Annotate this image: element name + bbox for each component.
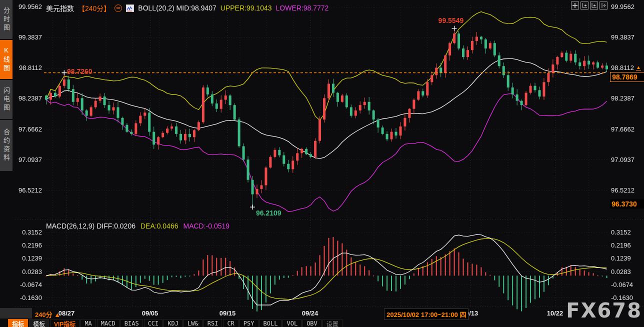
sidebar-tab-3[interactable]: 闪电图 (0, 80, 12, 119)
chart-canvas[interactable] (0, 0, 644, 327)
macd-axis-label-right: 0.1239 (611, 254, 643, 262)
pan-icon[interactable] (571, 2, 579, 10)
range-low-box: 96.3730 (610, 200, 644, 208)
macd-diff-value: MACD(26,12,9) DIFF:0.0206 (46, 222, 136, 230)
mini-chart-icon[interactable] (126, 4, 134, 12)
date-tick-09-24: 09/24 (302, 310, 318, 317)
toolbar-button-指标[interactable]: 指标 (8, 319, 28, 327)
macd-axis-label-right: 0.0283 (611, 268, 643, 276)
date-tick-10-22: 10/22 (547, 310, 564, 317)
toolbar-button-boll[interactable]: BOLL (260, 319, 282, 327)
toolbar-button-ma[interactable]: MA (80, 319, 96, 327)
macd-axis-label-right: 0.2196 (611, 242, 643, 249)
toolbar-button-obv[interactable]: OBV (302, 319, 322, 327)
macd-axis-label-right: 0.3152 (611, 228, 643, 236)
goto-latest-marker-icon[interactable]: ▲ (636, 64, 641, 70)
indicator-toolbar: 指标模板VIP指标MAMACDBIASCCIKDJLW&RSICRPSYBOLL… (8, 319, 342, 327)
toolbar-button-vip指标[interactable]: VIP指标 (50, 319, 80, 327)
sidebar-tab-4[interactable]: 合约资料 (0, 120, 12, 171)
toolbar-button-bias[interactable]: BIAS (120, 319, 143, 327)
macd-macd-value: MACD:-0.0519 (183, 222, 230, 230)
price-axis-label-right: 99.3837 (611, 34, 643, 41)
watermark: FX678 (566, 299, 642, 322)
macd-axis-label-right: -0.0674 (611, 281, 643, 288)
low-price-label: 96.2109 (256, 209, 282, 217)
selected-date-highlight: 2025/10/02 17:00~21:00 四 (384, 308, 468, 320)
chart-nav-icons (571, 2, 608, 10)
toolbar-button-cr[interactable]: CR (223, 319, 238, 327)
price-axis-label-right: 96.5212 (611, 186, 643, 194)
toolbar-button-macd[interactable]: MACD (97, 319, 120, 327)
scroll-right-icon[interactable] (590, 2, 598, 10)
toolbar-button-vol[interactable]: VOL (282, 319, 302, 327)
symbol-title: 美元指数 (46, 3, 74, 13)
toolbar-button-设置[interactable]: 设置 (322, 319, 342, 327)
period-selector[interactable]: 240分 ▲ (35, 310, 60, 319)
prev-close-label: 98.7260 (67, 68, 92, 76)
toolbar-button-lw&[interactable]: LW& (184, 319, 202, 327)
scroll-left-icon[interactable] (580, 2, 588, 10)
boll-mid-value: BOLL(20,2) MID:98.9407 (138, 4, 216, 12)
sidebar-tab-1[interactable]: 分时图 (0, 0, 12, 39)
macd-header: MACD(26,12,9) DIFF:0.0206 DEA:0.0466 MAC… (46, 222, 230, 230)
price-axis-label-right: 97.6662 (611, 126, 643, 133)
toolbar-button-kdj[interactable]: KDJ (164, 319, 182, 327)
price-axis-label-right: 99.9562 (611, 3, 643, 10)
boll-upper-value: UPPER:99.1043 (220, 4, 272, 12)
sidebar: 分时图K线图闪电图合约资料 (0, 0, 14, 307)
toolbar-button-psy[interactable]: PSY (240, 319, 258, 327)
goto-latest-icon[interactable] (600, 2, 608, 10)
date-tick-09-15: 09/15 (220, 310, 236, 317)
collapse-icon[interactable] (114, 4, 122, 12)
date-axis: 240分 ▲ 08/2709/0509/1509/2410/1310/22 20… (0, 308, 644, 318)
date-tick-09-05: 09/05 (142, 310, 158, 317)
price-axis-label-right: 97.0937 (611, 156, 643, 164)
toolbar-button-rsi[interactable]: RSI (204, 319, 222, 327)
chart-header: 美元指数 【240分】 BOLL(20,2) MID:98.9407 UPPER… (46, 3, 328, 13)
trading-app-window: 分时图K线图闪电图合约资料 美元指数 【240分】 BOLL(20,2) MID… (0, 0, 644, 327)
toolbar-button-模板[interactable]: 模板 (29, 319, 49, 327)
axis-corner (0, 308, 32, 318)
date-tick-08-27: 08/27 (58, 310, 75, 317)
sidebar-tab-2[interactable]: K线图 (0, 40, 12, 79)
period-label[interactable]: 【240分】 (78, 3, 110, 13)
macd-dea-value: DEA:0.0466 (140, 222, 178, 230)
price-axis-label-right: 98.2387 (611, 94, 643, 102)
boll-lower-value: LOWER:98.7772 (276, 4, 329, 12)
toolbar-button-cci[interactable]: CCI (144, 319, 163, 327)
high-price-label: 99.5549 (438, 16, 464, 24)
last-price-box: 98.7869 (610, 72, 644, 82)
